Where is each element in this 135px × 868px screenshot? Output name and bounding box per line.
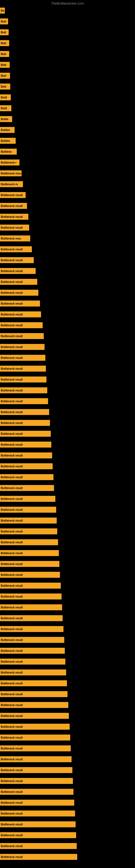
bar-item: Bottleneck result — [0, 800, 74, 806]
bar-label: Bottl — [1, 107, 7, 110]
bar-fill: Bottleneck result — [0, 724, 70, 730]
bar-fill: Bottleneck result — [0, 713, 69, 719]
bar-label: Bott — [1, 42, 6, 45]
bar-fill: Bottleneck result — [0, 257, 34, 263]
bar-label: Bottleneck result — [1, 422, 23, 425]
bar-item: Bottleneck re — [0, 181, 23, 187]
bar-item: Bottleneck result — [0, 832, 76, 838]
bar-label: Bottleneck result — [1, 530, 23, 533]
bar-item: Bottleneck result — [0, 561, 59, 567]
bar-label: Bottleneck result — [1, 487, 23, 490]
bar-fill: Bottlen — [0, 138, 16, 144]
bar-label: Bottleneck result — [1, 324, 23, 327]
bar-item: Bott — [0, 62, 10, 68]
bar-fill: Bottlene — [0, 149, 17, 155]
bar-item: Bottl — [0, 105, 11, 111]
bar-label: Bottleneck result — [1, 769, 23, 772]
bar-label: Bottleneck result — [1, 834, 23, 837]
bar-label: Bottlen — [1, 140, 10, 143]
bar-item: Bottleneck result — [0, 463, 53, 469]
bar-item: Bottleneck result — [0, 572, 60, 578]
bar-fill: Bottleneck result — [0, 572, 60, 578]
bar-label: Bottleneck result — [1, 552, 23, 555]
bar-label: Bottleneck result — [1, 270, 23, 273]
bar-item: Bottleneck result — [0, 822, 76, 827]
bar-item: Bottleneck result — [0, 496, 55, 502]
bar-label: Bottleneck result — [1, 790, 23, 794]
bar-fill: Bottleneck result — [0, 539, 58, 545]
bar-fill: Bottleneck result — [0, 604, 62, 610]
bar-item: Bott — [0, 84, 10, 90]
bar-fill: Bottleneck result — [0, 593, 61, 599]
bar-fill: Bottleneck result — [0, 214, 28, 220]
bar-fill: Bottleneck result — [0, 680, 67, 686]
bar-fill: Bottleneck result — [0, 333, 44, 339]
bar-item: Bottleneck result — [0, 593, 61, 599]
bar-label: Bottleneck result — [1, 497, 23, 500]
bar-fill: Bottleneck result — [0, 735, 70, 741]
bar-fill: Bottleneck result — [0, 561, 59, 567]
bar-fill: Bottlen — [0, 127, 14, 133]
bar-fill: Bo — [0, 8, 5, 13]
bar-label: Bott — [1, 31, 6, 34]
bar-label: Bottleneck result — [1, 432, 23, 435]
bar-label: Bottleneck result — [1, 574, 23, 577]
bar-label: Bottlen — [1, 129, 10, 131]
bar-label: Bottleneck result — [1, 617, 23, 620]
bar-label: Bottleneck result — [1, 671, 23, 674]
bar-item: Bottleneck result — [0, 333, 44, 339]
bar-item: Bottleneck result — [0, 214, 28, 220]
bar-item: Bottleneck r — [0, 159, 19, 165]
bar-label: Bottleneck result — [1, 476, 23, 479]
bar-label: Bottleneck result — [1, 801, 23, 804]
bar-fill: Bottleneck re — [0, 181, 23, 187]
bar-item: Bottleneck result — [0, 626, 63, 632]
bar-label: Bottleneck result — [1, 682, 23, 685]
bar-fill: Bott — [0, 73, 10, 79]
bar-fill: Bottleneck result — [0, 246, 32, 252]
bar-fill: Bottleneck result — [0, 822, 76, 827]
bar-label: Bottleneck result — [1, 704, 23, 707]
bar-item: Bottleneck result — [0, 257, 34, 263]
bar-label: Bottleneck result — [1, 443, 23, 446]
bar-label: Bottleneck result — [1, 606, 23, 609]
bar-label: Bottleneck result — [1, 758, 23, 761]
bar-item: Bottleneck result — [0, 550, 59, 556]
bar-item: Bottleneck result — [0, 854, 77, 860]
bar-label: Bottleneck result — [1, 280, 23, 283]
site-title: TheBottlenecker.com — [51, 1, 84, 5]
bar-label: Bottleneck result — [1, 508, 23, 511]
bar-label: Bottleneck result — [1, 335, 23, 338]
bar-label: Bottleneck result — [1, 400, 23, 403]
bar-item: Bottleneck result — [0, 789, 74, 795]
bar-label: Bottlene — [1, 150, 12, 153]
bar-item: Bott — [0, 73, 10, 79]
bar-fill: Bottleneck result — [0, 659, 65, 664]
bar-label: Bo — [1, 9, 4, 12]
bar-item: Bo — [0, 8, 5, 13]
bar-item: Bottleneck result — [0, 344, 45, 350]
bar-fill: Bottleneck result — [0, 637, 64, 643]
bar-item: Bottleneck result — [0, 648, 65, 654]
bar-label: Bottleneck result — [1, 693, 23, 696]
bar-item: Bottleneck result — [0, 745, 71, 751]
bar-item: Bott — [0, 40, 9, 46]
bar-label: Bottleneck result — [1, 248, 23, 251]
bar-label: Bottleneck result — [1, 519, 23, 522]
bar-fill: Bottleneck result — [0, 800, 74, 806]
bar-item: Bottleneck result — [0, 398, 48, 404]
bar-fill: Bottleneck result — [0, 192, 26, 198]
bar-fill: Bottleneck result — [0, 453, 52, 458]
bar-fill: Bottleneck result — [0, 420, 50, 426]
bar-label: Bottleneck result — [1, 215, 23, 218]
bar-item: Bottleneck result — [0, 518, 57, 524]
bar-label: Bottleneck re — [1, 183, 18, 186]
bar-item: Bottleneck result — [0, 843, 77, 849]
bar-item: Bottleneck result — [0, 474, 53, 480]
bar-fill: Bottleneck r — [0, 159, 19, 165]
bar-label: Bottleneck r — [1, 161, 16, 164]
bar-fill: Bottleneck result — [0, 485, 54, 491]
bar-fill: Bottleneck result — [0, 832, 76, 838]
bar-fill: Bottleneck result — [0, 279, 37, 285]
bar-item: Bottleneck result — [0, 604, 62, 610]
